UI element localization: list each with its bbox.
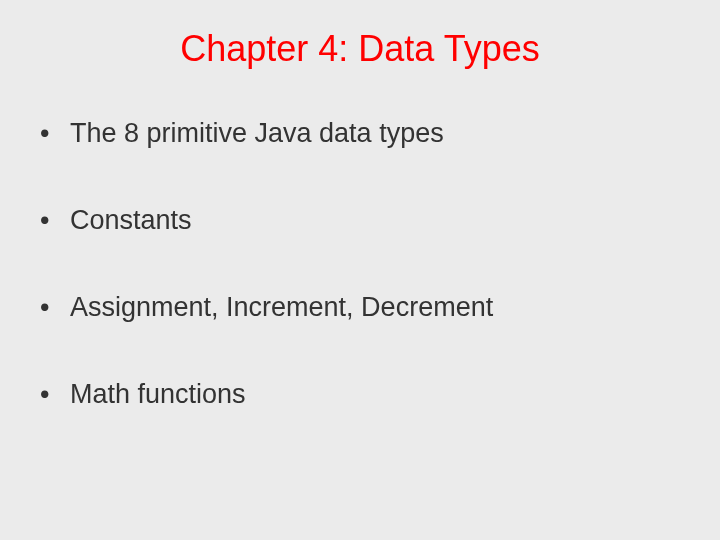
bullet-list: The 8 primitive Java data types Constant… <box>40 118 680 410</box>
slide: Chapter 4: Data Types The 8 primitive Ja… <box>0 0 720 540</box>
list-item: Math functions <box>40 379 680 410</box>
list-item: Assignment, Increment, Decrement <box>40 292 680 323</box>
list-item: The 8 primitive Java data types <box>40 118 680 149</box>
list-item: Constants <box>40 205 680 236</box>
slide-title: Chapter 4: Data Types <box>100 28 620 70</box>
